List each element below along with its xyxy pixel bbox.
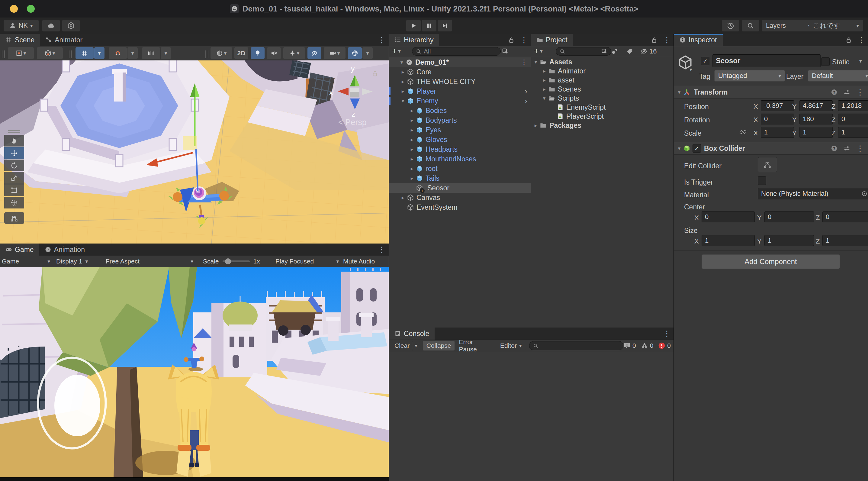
foldout-arrow[interactable]: ▸	[532, 122, 540, 129]
scale-slider[interactable]	[223, 261, 250, 262]
clear-dropdown[interactable]: ▾	[412, 341, 420, 351]
foldout-arrow[interactable]: ▸	[408, 117, 416, 124]
position-x-field[interactable]: -0.397	[761, 100, 794, 111]
scene-visibility-toggle[interactable]	[307, 47, 321, 59]
layer-dropdown[interactable]: Default▾	[808, 70, 868, 82]
box-collider-menu[interactable]: ⋮	[856, 144, 864, 152]
layers-dropdown[interactable]: Layers ▾	[762, 20, 815, 31]
mute-audio-button[interactable]: Mute Audio	[343, 255, 375, 267]
axis-z-label[interactable]: z	[351, 110, 355, 118]
play-button[interactable]	[406, 20, 421, 31]
hierarchy-item-eventsystem[interactable]: EventSystem	[389, 203, 531, 212]
hierarchy-search-input[interactable]: All	[412, 47, 501, 56]
hidden-packages-toggle[interactable]: 16	[640, 48, 657, 55]
view-lock-icon[interactable]	[371, 70, 378, 77]
lock-icon[interactable]	[845, 36, 852, 43]
project-item-playerscript[interactable]: PlayerScript	[531, 112, 674, 121]
foldout-arrow[interactable]: ▸	[399, 69, 407, 75]
axis-y-label[interactable]: y	[351, 65, 354, 73]
hierarchy-item-mouthandnoses[interactable]: ▸MouthandNoses	[389, 154, 531, 164]
hierarchy-item-bodyparts[interactable]: ▸Bodyparts	[389, 115, 531, 125]
toolbar-grip[interactable]	[2, 51, 5, 58]
traffic-light-minimize[interactable]	[10, 5, 18, 13]
overlay-drag-handle[interactable]	[4, 129, 24, 135]
project-search-input[interactable]	[556, 47, 611, 56]
rotate-tool-button[interactable]	[4, 159, 24, 171]
step-button[interactable]	[438, 20, 452, 31]
game-display-target-dropdown[interactable]: Game▾	[2, 255, 50, 267]
scene-audio-toggle[interactable]	[267, 47, 281, 59]
camera-settings-dropdown[interactable]: ▾	[324, 47, 345, 59]
name-field[interactable]: Seosor	[712, 54, 820, 67]
undo-history-button[interactable]	[722, 20, 739, 31]
toolbar-grip[interactable]	[69, 51, 72, 58]
help-icon[interactable]	[831, 89, 837, 95]
project-item-animator[interactable]: ▸Animator	[531, 66, 674, 76]
help-icon[interactable]	[831, 145, 837, 152]
toolbar-grip[interactable]	[205, 51, 208, 58]
prefab-expand-chevron[interactable]: ›	[525, 96, 527, 106]
scene-viewport[interactable]: y x z < Persp	[0, 60, 389, 243]
tab-hierarchy[interactable]: Hierarchy	[389, 34, 439, 46]
hierarchy-panel-menu[interactable]: ⋮	[520, 36, 528, 44]
tag-dropdown[interactable]: Untagged▾	[714, 70, 785, 82]
cloud-services-button[interactable]	[42, 20, 60, 31]
size-x-field[interactable]: 1	[702, 235, 755, 246]
rotation-x-field[interactable]: 0	[761, 114, 794, 124]
scale-tool-button[interactable]	[4, 172, 24, 184]
rotation-y-field[interactable]: 180	[800, 114, 833, 124]
pivot-orientation-dropdown[interactable]: ▾	[37, 47, 63, 59]
hierarchy-item-bodies[interactable]: ▸Bodies	[389, 106, 531, 115]
grid-snapping-toggle[interactable]	[109, 47, 127, 59]
hierarchy-item-eyes[interactable]: ▸Eyes	[389, 125, 531, 135]
clear-button[interactable]: Clear	[391, 341, 411, 351]
box-collider-header[interactable]: ▾ ✓ Box Collider ⋮	[674, 142, 868, 155]
hierarchy-item-canvas[interactable]: ▸Canvas	[389, 193, 531, 203]
size-z-field[interactable]: 1	[823, 235, 868, 246]
project-item-packages[interactable]: ▸Packages	[531, 121, 674, 130]
tab-animation[interactable]: Animation	[39, 243, 90, 255]
tab-inspector[interactable]: Inspector	[674, 34, 723, 46]
pause-button[interactable]	[422, 20, 436, 31]
layout-dropdown[interactable]: これです ▾	[809, 20, 863, 31]
tab-game[interactable]: Game	[0, 243, 39, 255]
grid-snapping-dropdown[interactable]: ▾	[127, 47, 138, 59]
hierarchy-item-core[interactable]: ▸Core	[389, 67, 531, 77]
presets-icon[interactable]	[843, 89, 850, 95]
size-y-field[interactable]: 1	[765, 235, 814, 246]
foldout-arrow[interactable]: ▸	[399, 194, 407, 201]
project-item-scripts[interactable]: ▾Scripts	[531, 94, 674, 103]
hierarchy-item-enemy[interactable]: ▾Enemy›	[389, 96, 531, 106]
transform-header[interactable]: ▾ Transform ⋮	[674, 86, 868, 98]
console-search-input[interactable]	[529, 341, 623, 350]
edit-collider-button[interactable]	[758, 157, 777, 172]
gizmos-toggle[interactable]	[348, 47, 362, 59]
project-item-enemyscript[interactable]: EnemyScript	[531, 103, 674, 112]
pick-object-icon[interactable]	[601, 48, 607, 54]
hierarchy-item-root[interactable]: ▸root	[389, 164, 531, 174]
game-viewport[interactable]	[0, 267, 389, 478]
hierarchy-item-seosor[interactable]: +Seosor	[389, 183, 531, 193]
foldout-arrow[interactable]: ▸	[540, 68, 549, 74]
warning-messages-toggle[interactable]: 0	[639, 341, 656, 351]
traffic-light-zoom[interactable]	[27, 5, 35, 13]
create-asset-dropdown[interactable]: +▾	[534, 47, 543, 55]
search-by-label-icon[interactable]	[626, 48, 633, 55]
foldout-arrow[interactable]: ▸	[408, 166, 416, 172]
axis-x-label[interactable]: x	[329, 88, 333, 97]
position-z-field[interactable]: 1.2018	[838, 100, 868, 111]
error-pause-toggle[interactable]: Error Pause	[455, 341, 496, 351]
rotation-z-field[interactable]: 0	[838, 114, 868, 124]
console-panel-menu[interactable]: ⋮	[663, 330, 671, 337]
hierarchy-scene-row[interactable]: ▾ Demo_01* ⋮	[389, 57, 531, 67]
material-object-field[interactable]: None (Physic Material)	[758, 188, 868, 200]
hierarchy-item-the-whole-city[interactable]: ▸THE WHOLE CITY	[389, 77, 531, 86]
perspective-label[interactable]: < Persp	[338, 118, 367, 127]
foldout-arrow[interactable]: ▸	[399, 88, 407, 95]
active-checkbox[interactable]: ✓	[701, 57, 709, 65]
error-messages-toggle[interactable]: 0	[656, 341, 673, 351]
scene-effects-dropdown[interactable]: ▾	[283, 47, 305, 59]
grid-visibility-toggle[interactable]	[75, 47, 94, 59]
grid-visibility-dropdown[interactable]: ▾	[94, 47, 104, 59]
foldout-arrow[interactable]: ▸	[408, 175, 416, 182]
